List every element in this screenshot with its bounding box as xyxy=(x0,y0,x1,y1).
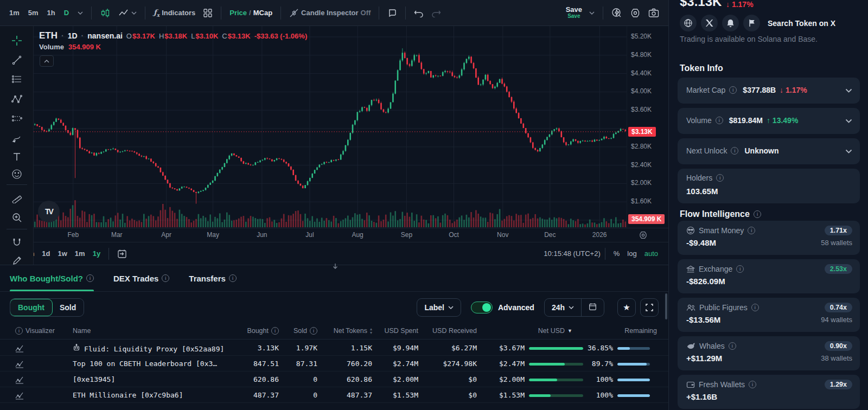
info-icon[interactable]: i xyxy=(729,86,737,94)
info-icon[interactable]: i xyxy=(748,227,755,234)
token-info-card-market-cap[interactable]: Market Capi$377.88B↓ 1.17% xyxy=(678,78,860,104)
price-mcap-toggle[interactable]: Price / MCap xyxy=(226,6,276,20)
info-icon[interactable]: i xyxy=(729,342,736,350)
indicators-button[interactable]: ƒx Indicators xyxy=(150,5,199,21)
tool-magnet-icon[interactable] xyxy=(8,234,25,251)
tool-parallel-channel-icon[interactable] xyxy=(8,72,25,88)
header-net-usd[interactable]: Net USD▼ xyxy=(538,327,572,335)
row-name[interactable]: Top 100 on CBETH Leaderboard [0x3… xyxy=(73,360,217,368)
line-style-icon[interactable] xyxy=(114,5,141,21)
tab-transfers[interactable]: Transfersi xyxy=(189,265,237,291)
comment-bubble-icon[interactable] xyxy=(384,5,401,21)
tool-crosshair-icon[interactable] xyxy=(8,33,25,49)
range-1y-button[interactable]: 1y xyxy=(89,247,104,260)
save-chevron-down-icon[interactable] xyxy=(585,9,598,17)
header-name[interactable]: Name xyxy=(73,327,91,335)
info-icon[interactable]: i xyxy=(731,147,738,155)
tool-ruler-icon[interactable] xyxy=(8,190,25,206)
info-icon[interactable]: i xyxy=(162,274,169,282)
auto-scale-button[interactable]: auto xyxy=(641,247,662,260)
segment-bought[interactable]: Bought xyxy=(10,299,53,316)
token-info-card-next-unlock[interactable]: Next UnlockiUnknown xyxy=(678,138,860,164)
flow-card-public-figures[interactable]: Public Figuresi0.74x-$13.56M94 wallets xyxy=(678,298,860,332)
tab-who-bought-sold-[interactable]: Who Bought/Sold?i xyxy=(10,265,94,291)
header-sold[interactable]: Soldi xyxy=(293,327,317,335)
website-icon[interactable] xyxy=(680,15,697,31)
log-scale-button[interactable]: log xyxy=(623,247,640,260)
range-1d-button[interactable]: 1d xyxy=(38,247,54,260)
info-icon[interactable]: i xyxy=(271,327,279,335)
save-button[interactable]: Save Save xyxy=(563,5,585,20)
tool-projection-icon[interactable] xyxy=(8,111,25,127)
info-icon[interactable]: i xyxy=(754,210,761,218)
layout-grid-icon[interactable] xyxy=(199,5,216,21)
price-axis[interactable]: $5.20K$4.80K$4.40K$4.00K$3.60K$2.80K$2.4… xyxy=(627,26,668,228)
header-visualizer[interactable]: iVisualizer xyxy=(15,327,55,335)
timeframe-dropdown[interactable]: 24h xyxy=(545,299,581,316)
table-row[interactable]: Top 100 on CBETH Leaderboard [0x3…847.51… xyxy=(0,356,668,371)
header-usd-received[interactable]: USD Received xyxy=(432,327,477,335)
info-icon[interactable]: i xyxy=(310,327,317,335)
screenshot-camera-icon[interactable] xyxy=(644,5,663,21)
x-social-icon[interactable] xyxy=(701,15,718,31)
segment-sold[interactable]: Sold xyxy=(52,299,84,316)
settings-gear-icon[interactable] xyxy=(626,5,644,21)
legend-collapse-button[interactable] xyxy=(40,55,54,67)
tool-brush-icon[interactable] xyxy=(8,130,25,146)
clock-utc-label[interactable]: 10:15:48 (UTC+2) xyxy=(544,249,600,258)
scrollbar-thumb[interactable] xyxy=(665,293,667,319)
table-row[interactable]: Fluid: Liquidity Proxy [0x52aa89]3.13K1.… xyxy=(0,340,668,356)
notifications-icon[interactable] xyxy=(722,15,739,31)
chevron-down-icon[interactable] xyxy=(845,116,852,125)
tool-text-icon[interactable] xyxy=(8,149,25,165)
range-1w-button[interactable]: 1w xyxy=(54,247,71,260)
panel-resize-arrow-icon[interactable] xyxy=(332,262,339,272)
info-icon[interactable]: i xyxy=(716,174,724,182)
header-net-tokens[interactable]: Net Tokens▴▾ xyxy=(334,327,372,335)
tradingview-logo[interactable]: TV xyxy=(38,201,60,222)
interval-1m[interactable]: 1m xyxy=(5,6,23,20)
info-icon[interactable]: i xyxy=(749,381,756,388)
row-name[interactable]: [0xe13945] xyxy=(73,375,115,383)
candlestick-chart-canvas[interactable] xyxy=(34,26,627,228)
chevron-down-icon[interactable] xyxy=(845,85,852,95)
quick-actions-icon[interactable] xyxy=(608,5,626,21)
flow-card-whales[interactable]: Whalesi0.90x+$11.29M38 wallets xyxy=(678,336,860,370)
info-icon[interactable]: i xyxy=(229,274,237,282)
header-remaining[interactable]: Remaining xyxy=(624,327,657,335)
go-to-date-icon[interactable] xyxy=(113,246,131,261)
info-icon[interactable]: i xyxy=(86,274,94,282)
percent-scale-button[interactable]: % xyxy=(610,247,624,260)
flow-card-fresh-wallets[interactable]: Fresh Walletsi1.29x+$1.16B xyxy=(678,375,860,409)
interval-1h[interactable]: 1h xyxy=(43,6,59,20)
flow-card-exchange[interactable]: Exchangei2.53x-$826.09M xyxy=(678,259,860,293)
info-icon[interactable]: i xyxy=(716,117,723,124)
fullscreen-button[interactable] xyxy=(640,298,659,317)
info-icon[interactable]: i xyxy=(736,265,744,273)
flag-icon[interactable] xyxy=(743,15,760,31)
candles-style-icon[interactable] xyxy=(96,5,114,21)
visualizer-chart-icon[interactable] xyxy=(15,391,24,401)
undo-icon[interactable] xyxy=(410,6,427,20)
sort-icons[interactable]: ▴▾ xyxy=(370,327,372,335)
tool-xabcd-pattern-icon[interactable] xyxy=(8,91,25,107)
range-1m-button[interactable]: 1m xyxy=(71,247,89,260)
header-usd-spent[interactable]: USD Spent xyxy=(384,327,418,335)
interval-label[interactable]: 1D xyxy=(68,31,78,40)
table-row[interactable]: ETH Millionaire [0x7c9ba6]487.370487.37$… xyxy=(0,387,668,403)
header-bought[interactable]: Boughti xyxy=(247,327,279,335)
flow-card-smart-money[interactable]: Smart Moneyi1.71x-$9.48M58 wallets xyxy=(678,221,860,255)
price-chart[interactable]: ETH · 1D · nansen.ai O$3.17K H$3.18K L$3… xyxy=(34,26,627,228)
visualizer-chart-icon[interactable] xyxy=(15,344,24,354)
symbol-label[interactable]: ETH xyxy=(39,30,58,41)
label-filter-dropdown[interactable]: Label xyxy=(417,298,461,317)
favorite-star-button[interactable]: ★ xyxy=(617,298,636,317)
visualizer-chart-icon[interactable] xyxy=(15,375,24,386)
interval-1d-active[interactable]: D xyxy=(60,6,73,20)
search-token-on-x-button[interactable]: Search Token on X xyxy=(768,19,835,28)
table-row[interactable]: [0xe13945]620.860620.86$2.00M$0$2.00M100… xyxy=(0,371,668,387)
interval-5m[interactable]: 5m xyxy=(24,6,42,20)
advanced-toggle[interactable] xyxy=(471,302,493,313)
sort-desc-icon[interactable]: ▼ xyxy=(567,328,572,334)
tool-zoom-in-icon[interactable] xyxy=(8,209,25,226)
